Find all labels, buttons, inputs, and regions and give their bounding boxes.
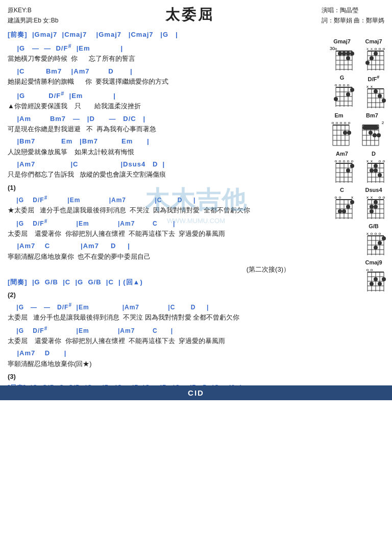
section-cpre1: |Bm7 Em |Bm7 Em | 人說戀愛就像放風箏 如果太計較就有悔恨	[8, 137, 310, 157]
chord-row-1: Gmaj7 30	[326, 38, 387, 71]
svg-text:o: o	[347, 83, 350, 87]
c1a-chords: |G D/F# |Em |Am7 |C D |	[8, 194, 310, 205]
svg-text:o: o	[340, 120, 342, 125]
chord-cmaj9: Cmaj9 o o	[360, 259, 387, 293]
v1b-lyrics: 她揚起愛情勝利的旗幟 你 要我選擇繼續愛你的方式	[8, 77, 310, 87]
v1a-chords: |G — — D/F# |Em |	[8, 42, 310, 54]
svg-text:x: x	[366, 46, 369, 51]
second-time-note: (第二次接(3)）	[8, 264, 310, 275]
section1-marker: (1)	[8, 184, 310, 191]
c2a-chords: |G — — D/F# |Em |Am7 |C D |	[8, 302, 310, 312]
cid-bar: CID	[0, 385, 392, 400]
section1-label: (1)	[8, 184, 310, 191]
svg-text:x: x	[371, 46, 373, 51]
chord-c: C o o x	[329, 187, 355, 220]
svg-point-184	[378, 241, 382, 245]
svg-text:o: o	[339, 159, 341, 163]
svg-point-132	[374, 168, 378, 173]
section3-label: (3)	[8, 373, 310, 380]
chord-bm7: Bm7 2	[357, 112, 387, 148]
svg-text:2: 2	[382, 120, 384, 125]
svg-text:o: o	[383, 159, 385, 163]
section-v1b: |C Bm7 |Am7 D | 她揚起愛情勝利的旗幟 你 要我選擇繼續愛你的方式	[8, 67, 310, 87]
svg-point-82	[343, 131, 347, 135]
svg-text:x: x	[371, 84, 373, 89]
svg-text:o: o	[375, 46, 377, 51]
header-right: 演唱：陶晶瑩 詞：鄭華娟 曲：鄭華媽	[322, 5, 384, 26]
chord-grid-dsus4: o o x x	[360, 193, 387, 220]
interlude-chords: [間奏] |G G/B |C |G G/B |C | (回▲)	[8, 278, 310, 287]
svg-point-200	[382, 277, 386, 281]
svg-text:o: o	[379, 159, 381, 163]
svg-text:o: o	[371, 267, 373, 272]
v2a-chords: |G D/F# |Em |	[8, 90, 310, 101]
svg-point-51	[334, 97, 338, 101]
chord-grid-gmaj7: 30	[329, 45, 355, 71]
chord-grid-cmaj9: o o	[360, 266, 387, 293]
header-left: 原KEY:B 建議男調:Eb 女:Bb	[8, 5, 58, 26]
key-info: 原KEY:B 建議男調:Eb 女:Bb	[8, 5, 58, 26]
svg-point-168	[370, 209, 374, 213]
c1c-chords: |Am7 C |Am7 D |	[8, 241, 310, 251]
svg-text:x: x	[366, 231, 369, 236]
svg-text:o: o	[336, 120, 338, 125]
svg-point-185	[374, 246, 378, 250]
section2-marker: (2)	[8, 291, 310, 299]
svg-point-183	[382, 236, 386, 240]
chord-grid-cmaj7: o o o x	[360, 45, 387, 71]
svg-text:o: o	[371, 231, 373, 236]
chord-row-2: G o o o o	[326, 75, 387, 109]
prelude-label: [前奏]	[8, 31, 28, 38]
svg-text:x: x	[366, 195, 369, 200]
svg-point-66	[382, 99, 386, 103]
svg-text:x: x	[366, 84, 369, 89]
cpre1-chords: |Bm7 Em |Bm7 Em |	[8, 137, 310, 146]
c1b-chords: |G D/F# |Em |Am7 C |	[8, 218, 310, 228]
svg-text:o: o	[339, 195, 341, 200]
svg-text:x: x	[351, 195, 353, 200]
svg-point-96	[369, 131, 373, 135]
v1b-chords: |C Bm7 |Am7 D |	[8, 67, 310, 76]
chord-Gmaj7: Gmaj7 30	[329, 38, 355, 71]
svg-text:o: o	[379, 195, 381, 200]
chord-em: Em o o o o o	[326, 112, 352, 148]
chord-grid-c: o o x	[329, 193, 355, 220]
chord-Cmaj7: Cmaj7 o o o	[360, 38, 387, 71]
svg-point-166	[370, 205, 374, 209]
v2b-chords: |Am Bm7 — |D — D/C |	[8, 114, 310, 124]
svg-text:o: o	[347, 159, 350, 163]
svg-point-97	[373, 133, 377, 137]
svg-text:o: o	[332, 120, 334, 125]
lyricist: 詞：鄭華娟 曲：鄭華媽	[322, 15, 384, 26]
section-c1b: |G D/F# |Em |Am7 C | 太委屈 還愛著你 你卻把別人擁在懷裡 …	[8, 218, 310, 238]
svg-text:x: x	[371, 159, 373, 163]
chord-grid-dfsharp: x x	[360, 83, 387, 109]
svg-point-165	[374, 200, 378, 204]
spacer	[329, 223, 355, 256]
svg-point-133	[378, 173, 382, 177]
chord-grid-d: o o x x	[360, 157, 387, 184]
chord-diagrams: Gmaj7 30	[326, 38, 387, 293]
cid-text: CID	[188, 388, 204, 397]
svg-point-30	[365, 61, 370, 65]
svg-text:o: o	[348, 120, 351, 125]
svg-point-11	[346, 56, 350, 60]
c2a-lyrics: 太委屈 連分手也是讓我最後得到消息 不哭泣 因為我對情對愛 全都不曾虧欠你	[8, 312, 310, 323]
c2c-chords: |Am7 D |	[8, 349, 310, 358]
section-cpre2: |Am7 |C |Dsus4 D | 只是你們都忘了告訴我 放縱的愛也會讓天空割…	[8, 160, 310, 180]
c2b-lyrics: 太委屈 還愛著你 你卻把別人擁在懷裡 不能再這樣下去 穿過愛的暴風雨	[8, 336, 310, 346]
svg-point-115	[346, 168, 350, 173]
svg-point-32	[374, 52, 378, 56]
chord-dsus4: Dsus4 o o x x	[360, 187, 387, 220]
svg-text:o: o	[351, 159, 354, 163]
svg-text:o: o	[335, 159, 337, 163]
svg-text:x: x	[366, 159, 369, 163]
song-title: 太委屈	[58, 5, 321, 25]
svg-point-50	[346, 92, 350, 96]
svg-text:o: o	[335, 195, 337, 200]
svg-point-130	[374, 164, 378, 168]
section-c2a: |G — — D/F# |Em |Am7 |C D | 太委屈 連分手也是讓我最…	[8, 302, 310, 322]
svg-point-65	[378, 94, 382, 98]
section-c2c: |Am7 D | 寧願清醒忍痛地放棄你(回★)	[8, 349, 310, 369]
chord-am7: Am7 o o o o o	[329, 151, 355, 184]
